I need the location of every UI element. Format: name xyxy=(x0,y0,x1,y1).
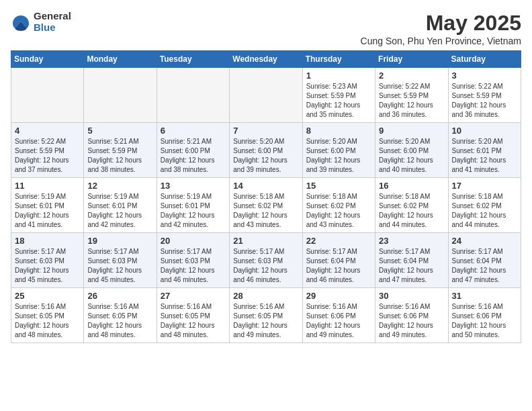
logo-blue: Blue xyxy=(34,22,71,34)
day-number: 15 xyxy=(306,181,371,191)
day-number: 27 xyxy=(161,291,226,301)
day-number: 8 xyxy=(306,126,371,136)
col-wednesday: Wednesday xyxy=(230,51,302,68)
day-info: Sunrise: 5:20 AM Sunset: 6:00 PM Dayligh… xyxy=(233,137,298,175)
calendar-week-row: 1Sunrise: 5:23 AM Sunset: 5:59 PM Daylig… xyxy=(11,68,521,123)
day-number: 30 xyxy=(379,291,444,301)
table-row: 7Sunrise: 5:20 AM Sunset: 6:00 PM Daylig… xyxy=(230,123,302,178)
day-info: Sunrise: 5:16 AM Sunset: 6:06 PM Dayligh… xyxy=(379,302,444,340)
day-info: Sunrise: 5:17 AM Sunset: 6:03 PM Dayligh… xyxy=(87,247,152,285)
day-info: Sunrise: 5:19 AM Sunset: 6:01 PM Dayligh… xyxy=(15,192,80,230)
logo: General Blue xyxy=(11,11,71,33)
day-info: Sunrise: 5:18 AM Sunset: 6:02 PM Dayligh… xyxy=(379,192,444,230)
table-row: 2Sunrise: 5:22 AM Sunset: 5:59 PM Daylig… xyxy=(375,68,448,123)
calendar-subtitle: Cung Son, Phu Yen Province, Vietnam xyxy=(361,36,521,46)
table-row: 10Sunrise: 5:20 AM Sunset: 6:01 PM Dayli… xyxy=(448,123,521,178)
day-number: 11 xyxy=(15,181,80,191)
table-row: 23Sunrise: 5:17 AM Sunset: 6:04 PM Dayli… xyxy=(375,233,448,288)
day-number: 14 xyxy=(233,181,298,191)
table-row: 9Sunrise: 5:20 AM Sunset: 6:00 PM Daylig… xyxy=(375,123,448,178)
day-info: Sunrise: 5:18 AM Sunset: 6:02 PM Dayligh… xyxy=(452,192,517,230)
calendar-title: May 2025 xyxy=(361,11,521,36)
table-row: 22Sunrise: 5:17 AM Sunset: 6:04 PM Dayli… xyxy=(302,233,375,288)
day-info: Sunrise: 5:16 AM Sunset: 6:05 PM Dayligh… xyxy=(87,302,152,340)
day-info: Sunrise: 5:16 AM Sunset: 6:05 PM Dayligh… xyxy=(161,302,226,340)
table-row: 21Sunrise: 5:17 AM Sunset: 6:03 PM Dayli… xyxy=(230,233,302,288)
day-number: 31 xyxy=(452,291,517,301)
calendar-week-row: 25Sunrise: 5:16 AM Sunset: 6:05 PM Dayli… xyxy=(11,288,521,343)
day-info: Sunrise: 5:18 AM Sunset: 6:02 PM Dayligh… xyxy=(233,192,298,230)
day-number: 26 xyxy=(87,291,152,301)
table-row: 28Sunrise: 5:16 AM Sunset: 6:05 PM Dayli… xyxy=(230,288,302,343)
day-number: 10 xyxy=(452,126,517,136)
day-number: 24 xyxy=(452,236,517,246)
table-row: 11Sunrise: 5:19 AM Sunset: 6:01 PM Dayli… xyxy=(11,178,84,233)
table-row xyxy=(230,68,302,123)
table-row xyxy=(11,68,84,123)
col-sunday: Sunday xyxy=(11,51,84,68)
table-row: 14Sunrise: 5:18 AM Sunset: 6:02 PM Dayli… xyxy=(230,178,302,233)
header: General Blue May 2025 Cung Son, Phu Yen … xyxy=(11,11,521,46)
day-info: Sunrise: 5:22 AM Sunset: 5:59 PM Dayligh… xyxy=(452,82,517,120)
day-number: 2 xyxy=(379,71,444,81)
day-info: Sunrise: 5:22 AM Sunset: 5:59 PM Dayligh… xyxy=(15,137,80,175)
day-number: 18 xyxy=(15,236,80,246)
day-info: Sunrise: 5:17 AM Sunset: 6:03 PM Dayligh… xyxy=(233,247,298,285)
day-info: Sunrise: 5:23 AM Sunset: 5:59 PM Dayligh… xyxy=(306,82,371,120)
col-saturday: Saturday xyxy=(448,51,521,68)
day-number: 28 xyxy=(233,291,298,301)
day-number: 1 xyxy=(306,71,371,81)
table-row: 6Sunrise: 5:21 AM Sunset: 6:00 PM Daylig… xyxy=(157,123,229,178)
day-info: Sunrise: 5:20 AM Sunset: 6:01 PM Dayligh… xyxy=(452,137,517,175)
day-number: 4 xyxy=(15,126,80,136)
table-row: 12Sunrise: 5:19 AM Sunset: 6:01 PM Dayli… xyxy=(84,178,157,233)
table-row: 29Sunrise: 5:16 AM Sunset: 6:06 PM Dayli… xyxy=(302,288,375,343)
table-row: 8Sunrise: 5:20 AM Sunset: 6:00 PM Daylig… xyxy=(302,123,375,178)
table-row: 5Sunrise: 5:21 AM Sunset: 5:59 PM Daylig… xyxy=(84,123,157,178)
calendar-table: Sunday Monday Tuesday Wednesday Thursday… xyxy=(11,50,521,343)
table-row: 1Sunrise: 5:23 AM Sunset: 5:59 PM Daylig… xyxy=(302,68,375,123)
table-row: 25Sunrise: 5:16 AM Sunset: 6:05 PM Dayli… xyxy=(11,288,84,343)
table-row: 15Sunrise: 5:18 AM Sunset: 6:02 PM Dayli… xyxy=(302,178,375,233)
table-row: 3Sunrise: 5:22 AM Sunset: 5:59 PM Daylig… xyxy=(448,68,521,123)
day-info: Sunrise: 5:21 AM Sunset: 5:59 PM Dayligh… xyxy=(87,137,152,175)
table-row: 26Sunrise: 5:16 AM Sunset: 6:05 PM Dayli… xyxy=(84,288,157,343)
col-thursday: Thursday xyxy=(302,51,375,68)
day-info: Sunrise: 5:16 AM Sunset: 6:06 PM Dayligh… xyxy=(306,302,371,340)
table-row: 19Sunrise: 5:17 AM Sunset: 6:03 PM Dayli… xyxy=(84,233,157,288)
day-number: 12 xyxy=(87,181,152,191)
table-row: 13Sunrise: 5:19 AM Sunset: 6:01 PM Dayli… xyxy=(157,178,229,233)
table-row xyxy=(157,68,229,123)
day-info: Sunrise: 5:18 AM Sunset: 6:02 PM Dayligh… xyxy=(306,192,371,230)
day-number: 19 xyxy=(87,236,152,246)
day-number: 9 xyxy=(379,126,444,136)
day-info: Sunrise: 5:16 AM Sunset: 6:05 PM Dayligh… xyxy=(233,302,298,340)
day-info: Sunrise: 5:22 AM Sunset: 5:59 PM Dayligh… xyxy=(379,82,444,120)
day-info: Sunrise: 5:17 AM Sunset: 6:03 PM Dayligh… xyxy=(15,247,80,285)
day-info: Sunrise: 5:16 AM Sunset: 6:06 PM Dayligh… xyxy=(452,302,517,340)
day-number: 20 xyxy=(161,236,226,246)
day-info: Sunrise: 5:17 AM Sunset: 6:04 PM Dayligh… xyxy=(452,247,517,285)
table-row: 17Sunrise: 5:18 AM Sunset: 6:02 PM Dayli… xyxy=(448,178,521,233)
logo-text: General Blue xyxy=(34,11,71,33)
table-row: 31Sunrise: 5:16 AM Sunset: 6:06 PM Dayli… xyxy=(448,288,521,343)
day-number: 16 xyxy=(379,181,444,191)
logo-general: General xyxy=(34,11,71,22)
table-row: 4Sunrise: 5:22 AM Sunset: 5:59 PM Daylig… xyxy=(11,123,84,178)
day-number: 3 xyxy=(452,71,517,81)
col-monday: Monday xyxy=(84,51,157,68)
calendar-week-row: 18Sunrise: 5:17 AM Sunset: 6:03 PM Dayli… xyxy=(11,233,521,288)
day-info: Sunrise: 5:16 AM Sunset: 6:05 PM Dayligh… xyxy=(15,302,80,340)
page-wrapper: General Blue May 2025 Cung Son, Phu Yen … xyxy=(11,11,521,343)
day-number: 21 xyxy=(233,236,298,246)
table-row: 16Sunrise: 5:18 AM Sunset: 6:02 PM Dayli… xyxy=(375,178,448,233)
day-info: Sunrise: 5:21 AM Sunset: 6:00 PM Dayligh… xyxy=(161,137,226,175)
day-info: Sunrise: 5:17 AM Sunset: 6:04 PM Dayligh… xyxy=(379,247,444,285)
table-row: 30Sunrise: 5:16 AM Sunset: 6:06 PM Dayli… xyxy=(375,288,448,343)
calendar-week-row: 11Sunrise: 5:19 AM Sunset: 6:01 PM Dayli… xyxy=(11,178,521,233)
day-info: Sunrise: 5:19 AM Sunset: 6:01 PM Dayligh… xyxy=(87,192,152,230)
day-number: 23 xyxy=(379,236,444,246)
col-friday: Friday xyxy=(375,51,448,68)
header-row: Sunday Monday Tuesday Wednesday Thursday… xyxy=(11,51,521,68)
day-number: 13 xyxy=(161,181,226,191)
